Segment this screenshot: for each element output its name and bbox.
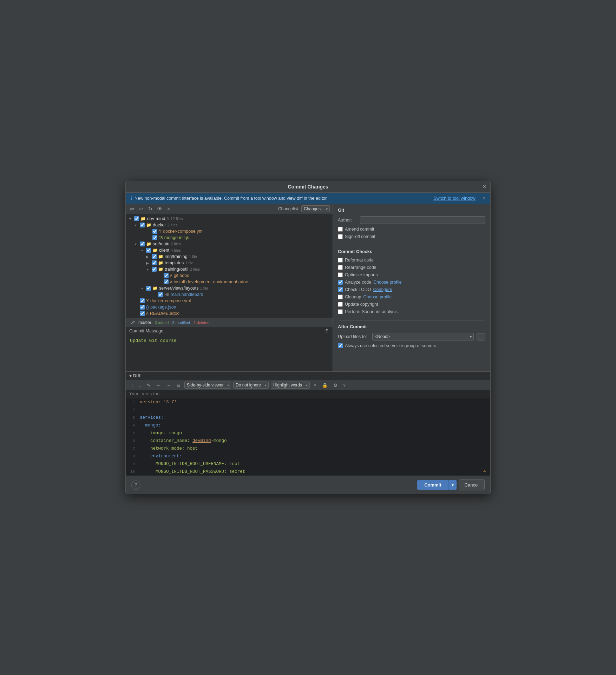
eye-button[interactable]: 👁	[156, 205, 164, 212]
cancel-button[interactable]: Cancel	[459, 479, 485, 490]
tree-count-imgtraining: 1 file	[189, 254, 197, 259]
commit-message-textarea[interactable]: Update Git course	[126, 335, 333, 370]
diff-edit-button[interactable]: ✎	[145, 382, 152, 389]
amend-checkbox[interactable]	[338, 227, 343, 232]
tree-item-docker-compose[interactable]: Y docker-compose.yml	[126, 228, 333, 234]
diff-up-button[interactable]: ↑	[129, 382, 135, 389]
close-button[interactable]: ×	[483, 184, 486, 190]
highlight-select-wrapper[interactable]: Highlight words	[271, 382, 310, 389]
tree-item-trainingoutil[interactable]: ▾ 📁 training/outil 2 files	[126, 266, 333, 272]
viewer-select-wrapper[interactable]: Side-by-side viewer	[184, 382, 231, 389]
signoff-row: Sign-off commit	[338, 234, 485, 239]
tree-item-mainhandlebars[interactable]: HB main.handlebars	[126, 291, 333, 298]
upload-select-wrapper[interactable]: <None>	[372, 333, 474, 340]
checkbox-installadoc[interactable]	[164, 279, 169, 284]
label-rearrange: Rearrange code	[345, 265, 376, 270]
title-bar: Commit Changes ×	[126, 181, 490, 193]
tree-item-installadoc[interactable]: A install-development-environment.adoc	[126, 279, 333, 285]
tree-label-templates: templates	[165, 260, 184, 265]
author-input[interactable]	[360, 216, 485, 224]
diff-settings-button[interactable]: ⚙	[332, 382, 339, 389]
tree-item-imgtraining[interactable]: ▶ 📁 img/training 1 file	[126, 253, 333, 260]
checkbox-trainingoutil[interactable]	[152, 267, 157, 272]
checkbox-cleanup[interactable]	[338, 295, 343, 299]
checkbox-docker[interactable]	[140, 223, 145, 227]
checkbox-serverlayouts[interactable]	[146, 286, 151, 291]
checkbox-analyze[interactable]	[338, 280, 343, 285]
tree-item-mongoinit[interactable]: JS mongo-init.js	[126, 234, 333, 241]
diff-forward-button[interactable]: →	[165, 382, 173, 389]
signoff-checkbox[interactable]	[338, 234, 343, 239]
todo-configure-link[interactable]: Configure	[373, 287, 392, 292]
always-use-server-checkbox[interactable]	[338, 343, 343, 348]
commit-button[interactable]: Commit	[417, 480, 448, 490]
commit-dropdown-button[interactable]: ▾	[448, 480, 457, 490]
checkbox-packagejson[interactable]	[140, 305, 145, 310]
checkbox-docker-compose[interactable]	[152, 229, 157, 234]
diff-down-button[interactable]: ↓	[137, 382, 143, 389]
diff-lock-button[interactable]: 🔒	[320, 382, 329, 389]
diff-back-button[interactable]: ←	[155, 382, 163, 389]
checkbox-root-dockercompose[interactable]	[140, 298, 145, 303]
clear-button[interactable]: ×	[166, 205, 171, 212]
changelist-select-wrapper[interactable]: Changes	[301, 205, 330, 212]
changelist-select[interactable]: Changes	[301, 205, 330, 212]
cleanup-choose-profile-link[interactable]: Choose profile	[363, 295, 392, 299]
checkbox-reformat[interactable]	[338, 258, 343, 263]
checkbox-imgtraining[interactable]	[152, 254, 157, 259]
redo-button[interactable]: ↻	[147, 205, 154, 212]
banner-close-button[interactable]: ×	[483, 196, 485, 201]
file-icon-mainhandlebars: HB	[164, 293, 169, 297]
viewer-select[interactable]: Side-by-side viewer	[184, 382, 231, 389]
highlight-select[interactable]: Highlight words	[271, 382, 310, 389]
checkbox-copyright[interactable]	[338, 302, 343, 307]
tree-item-readmeadoc[interactable]: A README.adoc	[126, 310, 333, 317]
tree-item-packagejson[interactable]: {} package.json	[126, 304, 333, 310]
checkbox-gitadoc[interactable]	[164, 273, 169, 278]
clock-icon[interactable]: ⏱	[325, 329, 329, 333]
undo-button[interactable]: ↩	[138, 205, 145, 212]
checkbox-templates[interactable]	[152, 260, 157, 265]
ignore-select-wrapper[interactable]: Do not ignore	[233, 382, 269, 389]
tree-item-root-dockercompose[interactable]: Y docker-compose.yml	[126, 298, 333, 304]
tree-item-client[interactable]: ▾ 📁 client 4 files	[126, 247, 333, 253]
checkbox-mongoinit[interactable]	[152, 235, 157, 240]
checkbox-readmeadoc[interactable]	[140, 311, 145, 316]
switch-to-tool-window-link[interactable]: Switch to tool window	[433, 196, 476, 201]
tree-item-templates[interactable]: ▶ 📁 templates 1 file	[126, 260, 333, 266]
diff-layout-button[interactable]: ⊟	[175, 382, 182, 389]
analyze-choose-profile-link[interactable]: Choose profile	[373, 280, 402, 285]
upload-select[interactable]: <None>	[372, 333, 474, 340]
checkbox-srcmain[interactable]	[140, 241, 145, 246]
checkbox-rearrange[interactable]	[338, 265, 343, 270]
diff-help-button[interactable]: ?	[341, 382, 347, 389]
upload-dots-button[interactable]: ...	[477, 333, 485, 340]
tree-item-serverlayouts[interactable]: ▾ 📁 server/views/layouts 1 file	[126, 285, 333, 291]
expand-icon-img: ▶	[145, 255, 150, 259]
tree-count-client: 4 files	[171, 248, 181, 252]
branch-name: master	[138, 320, 151, 325]
diff-expand-icon[interactable]: ▾	[129, 373, 132, 378]
folder-icon-srcmain: 📁	[146, 241, 151, 246]
tree-item-srcmain[interactable]: ▾ 📁 src/main 5 files	[126, 241, 333, 247]
tree-item-gitadoc[interactable]: A git.adoc	[126, 272, 333, 279]
checkbox-devmind[interactable]	[134, 216, 139, 221]
diff-title: ▾ Diff	[129, 373, 140, 378]
swap-button[interactable]: ⇄	[129, 205, 136, 212]
checkbox-sonarlint[interactable]	[338, 309, 343, 314]
diff-gutter: ⚠	[483, 398, 490, 476]
check-analyze: Analyze code Choose profile	[338, 280, 485, 285]
ignore-select[interactable]: Do not ignore	[233, 382, 269, 389]
tree-item-devmind[interactable]: ▾ 📁 dev-mind.fr 12 files	[126, 216, 333, 222]
line-content-1: version: '3.7'	[137, 398, 483, 406]
help-button[interactable]: ?	[131, 481, 140, 490]
check-copyright: Update copyright	[338, 302, 485, 307]
amend-row: Amend commit	[338, 227, 485, 232]
checkbox-mainhandlebars[interactable]	[158, 292, 163, 297]
checkbox-client[interactable]	[146, 248, 151, 253]
checkbox-todo[interactable]	[338, 287, 343, 292]
line-content-3: services:	[137, 414, 483, 422]
checkbox-optimize[interactable]	[338, 272, 343, 277]
tree-item-docker[interactable]: ▾ 📁 docker 2 files	[126, 222, 333, 228]
diff-x-button[interactable]: ×	[312, 382, 318, 389]
